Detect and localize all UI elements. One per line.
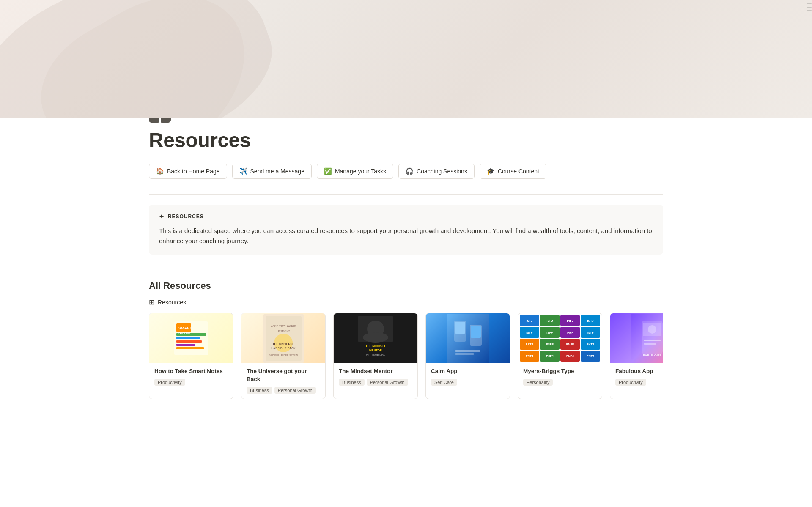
card-body-calm: Calm App Self Care — [426, 363, 510, 391]
gallery-header: ⊞ Resources — [149, 298, 663, 306]
svg-text:WITH ROB DIAL: WITH ROB DIAL — [366, 354, 385, 356]
card-tags-fabulous: Productivity — [615, 379, 663, 386]
myers-cell-intj: INTJ — [581, 315, 600, 326]
svg-text:FABULOUS: FABULOUS — [643, 354, 662, 357]
svg-point-20 — [363, 332, 388, 343]
hero-banner — [0, 0, 812, 118]
card-image-universe: New York Times Bestseller THE UNIVERSE H… — [241, 313, 325, 363]
mid-divider — [149, 270, 663, 270]
card-body-myers: Myers-Briggs Type Personality — [518, 363, 602, 391]
svg-point-36 — [648, 325, 656, 334]
coaching-sessions-label: Coaching Sessions — [417, 168, 467, 175]
card-image-fabulous: FABULOUS — [610, 313, 663, 363]
coaching-sessions-button[interactable]: 🎧 Coaching Sessions — [398, 164, 475, 179]
myers-cell-esfj: ESFJ — [540, 351, 560, 362]
myers-cell-enfp: ENFP — [560, 339, 580, 350]
course-content-button[interactable]: 🎓 Course Content — [480, 164, 546, 179]
svg-text:SMART: SMART — [178, 326, 192, 330]
message-icon: ✈️ — [239, 167, 247, 175]
tag-self-care: Self Care — [431, 379, 457, 386]
manage-tasks-button[interactable]: ✅ Manage your Tasks — [317, 164, 393, 179]
myers-cell-infp: INFP — [560, 327, 580, 338]
smart-notes-thumbnail: SMART NOTES — [149, 313, 233, 363]
tag-business: Business — [247, 387, 272, 394]
card-universe[interactable]: New York Times Bestseller THE UNIVERSE H… — [241, 313, 326, 399]
tag-personality: Personality — [523, 379, 553, 386]
send-message-button[interactable]: ✈️ Send me a Message — [232, 164, 312, 179]
tag-personal-growth: Personal Growth — [274, 387, 316, 394]
myers-cell-enfj: ENFJ — [560, 351, 580, 362]
card-title-mindset: The Mindset Mentor — [339, 367, 412, 375]
manage-tasks-label: Manage your Tasks — [335, 168, 386, 175]
svg-text:Bestseller: Bestseller — [277, 329, 290, 332]
back-home-label: Back to Home Page — [167, 168, 220, 175]
svg-rect-29 — [455, 350, 480, 352]
card-title-fabulous: Fabulous App — [615, 367, 663, 375]
svg-rect-24 — [447, 314, 489, 363]
svg-rect-30 — [455, 353, 474, 355]
card-title-smart-notes: How to Take Smart Notes — [154, 367, 228, 375]
card-body-fabulous: Fabulous App Productivity — [610, 363, 663, 391]
back-home-button[interactable]: 🏠 Back to Home Page — [149, 164, 227, 179]
tag-productivity-2: Productivity — [615, 379, 646, 386]
svg-rect-26 — [455, 322, 465, 334]
card-mindset[interactable]: THE MINDSET MENTOR WITH ROB DIAL The Min… — [333, 313, 418, 399]
svg-rect-34 — [644, 340, 661, 341]
course-content-label: Course Content — [498, 168, 539, 175]
calm-thumbnail — [426, 313, 510, 363]
nav-buttons: 🏠 Back to Home Page ✈️ Send me a Message… — [149, 164, 663, 179]
card-body-smart-notes: How to Take Smart Notes Productivity — [149, 363, 233, 391]
scrollbar-line-1 — [807, 3, 812, 4]
svg-text:GABRIELLE BERNSTEIN: GABRIELLE BERNSTEIN — [269, 354, 298, 356]
course-icon: 🎓 — [487, 167, 495, 175]
myers-cell-estj: ESTJ — [520, 351, 539, 362]
card-fabulous[interactable]: FABULOUS Fabulous App Productivity — [610, 313, 663, 399]
svg-rect-4 — [176, 340, 202, 343]
tag-personal-growth-2: Personal Growth — [367, 379, 408, 386]
svg-text:New York Times: New York Times — [271, 324, 295, 328]
scrollbar-line-2 — [807, 7, 812, 8]
cards-grid: SMART NOTES How to Take Smart Notes Prod… — [149, 313, 663, 404]
card-image-smart-notes: SMART NOTES — [149, 313, 233, 363]
myers-cell-estp: ESTP — [520, 339, 539, 350]
page-content: Resources 🏠 Back to Home Page ✈️ Send me… — [110, 108, 702, 404]
svg-text:MENTOR: MENTOR — [369, 349, 382, 352]
scrollbar[interactable] — [806, 0, 812, 507]
myers-cell-isfp: ISFP — [540, 327, 560, 338]
svg-text:THE UNIVERSE: THE UNIVERSE — [272, 343, 294, 345]
send-message-label: Send me a Message — [250, 168, 304, 175]
gallery-label: Resources — [158, 299, 186, 306]
coaching-icon: 🎧 — [406, 167, 414, 175]
mindset-thumbnail: THE MINDSET MENTOR WITH ROB DIAL — [334, 313, 417, 363]
svg-text:NOTES: NOTES — [178, 331, 190, 334]
gallery-icon: ⊞ — [149, 298, 154, 306]
card-title-calm: Calm App — [431, 367, 505, 375]
myers-cell-intp: INTP — [581, 327, 600, 338]
sparkle-icon: ✦ — [159, 213, 165, 220]
svg-text:THE MINDSET: THE MINDSET — [365, 345, 386, 348]
svg-rect-3 — [176, 337, 200, 339]
card-smart-notes[interactable]: SMART NOTES How to Take Smart Notes Prod… — [149, 313, 233, 399]
card-tags-myers: Personality — [523, 379, 597, 386]
myers-cell-entj: ENTJ — [581, 351, 600, 362]
page-title: Resources — [149, 129, 663, 152]
card-tags-mindset: Business Personal Growth — [339, 379, 412, 386]
info-box-header: ✦ RESOURCES — [159, 213, 653, 220]
svg-rect-5 — [176, 344, 195, 346]
myers-cell-infj: INFJ — [560, 315, 580, 326]
card-title-universe: The Universe got your Back — [247, 367, 320, 384]
info-box-title: RESOURCES — [168, 214, 204, 219]
myers-cell-istj: ISTJ — [520, 315, 539, 326]
card-myers[interactable]: ISTJISFJINFJINTJISTPISFPINFPINTPESTPESFP… — [518, 313, 602, 399]
info-box-text: This is a dedicated space where you can … — [159, 226, 653, 246]
section-title: All Resources — [149, 280, 663, 291]
card-tags-calm: Self Care — [431, 379, 505, 386]
card-image-myers: ISTJISFJINFJINTJISTPISFPINFPINTPESTPESFP… — [518, 313, 602, 363]
svg-text:HAS YOUR BACK: HAS YOUR BACK — [271, 347, 296, 350]
top-divider — [149, 194, 663, 195]
svg-rect-35 — [644, 343, 656, 345]
card-title-myers: Myers-Briggs Type — [523, 367, 597, 375]
myers-cell-entp: ENTP — [581, 339, 600, 350]
card-calm[interactable]: Calm App Self Care — [425, 313, 510, 399]
home-icon: 🏠 — [156, 167, 164, 175]
